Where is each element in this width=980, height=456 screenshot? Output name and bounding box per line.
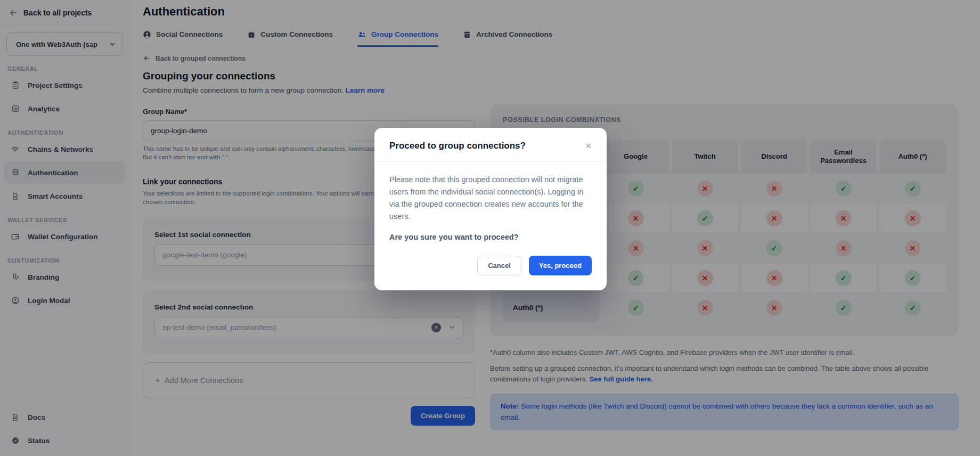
cancel-button[interactable]: Cancel [477, 256, 521, 275]
close-icon[interactable] [585, 142, 592, 150]
modal-actions: Cancel Yes, proceed [389, 256, 592, 275]
modal-question: Are you sure you want to proceed? [389, 233, 592, 241]
web3auth-dashboard: Back to all projects One with Web3Auth (… [0, 0, 980, 456]
modal-divider [374, 161, 607, 162]
modal-title: Proceed to group connections? [389, 141, 526, 151]
modal-body-text: Please note that this grouped connection… [389, 174, 592, 223]
yes-proceed-button[interactable]: Yes, proceed [529, 256, 592, 275]
proceed-confirmation-dialog: Proceed to group connections? Please not… [374, 128, 607, 290]
modal-header: Proceed to group connections? [389, 141, 592, 151]
